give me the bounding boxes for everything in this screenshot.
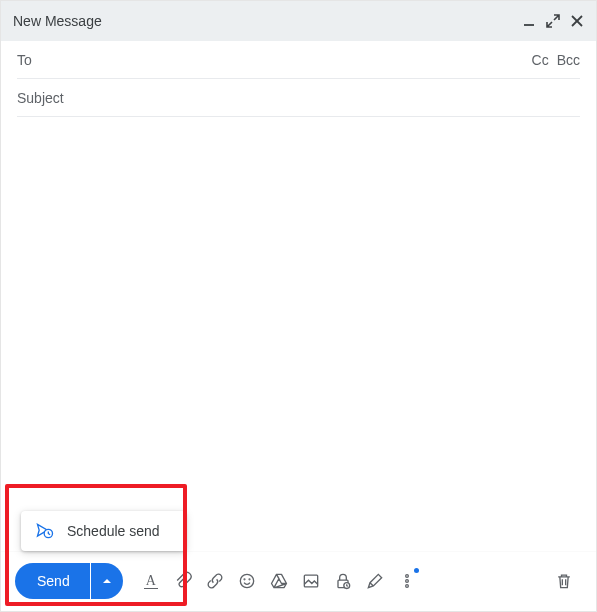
drive-icon <box>269 571 289 591</box>
cc-bcc-group: Cc Bcc <box>532 52 580 68</box>
minimize-icon[interactable] <box>522 14 536 28</box>
schedule-send-menu-item[interactable]: Schedule send <box>21 511 186 551</box>
discard-draft-button[interactable] <box>550 567 578 595</box>
fields-section: To Cc Bcc Subject <box>1 41 596 117</box>
chevron-up-icon <box>102 576 112 586</box>
svg-point-4 <box>244 579 245 580</box>
lock-clock-icon <box>333 571 353 591</box>
pen-icon <box>365 571 385 591</box>
image-icon <box>301 571 321 591</box>
link-icon <box>205 571 225 591</box>
svg-rect-6 <box>304 575 317 587</box>
insert-link-button[interactable] <box>201 567 229 595</box>
close-icon[interactable] <box>570 14 584 28</box>
svg-point-11 <box>405 585 408 588</box>
formatting-options-button[interactable]: A <box>137 567 165 595</box>
send-options-button[interactable] <box>91 563 123 599</box>
more-options-button[interactable] <box>393 567 421 595</box>
indicator-dot <box>414 568 419 573</box>
schedule-send-icon <box>35 521 55 541</box>
insert-emoji-button[interactable] <box>233 567 261 595</box>
insert-drive-button[interactable] <box>265 567 293 595</box>
compose-window: New Message To Cc Bcc <box>0 0 597 612</box>
bcc-button[interactable]: Bcc <box>557 52 580 68</box>
compose-footer: Send A <box>1 551 596 611</box>
compose-header: New Message <box>1 1 596 41</box>
more-vert-icon <box>397 571 417 591</box>
formatting-toolbar: A <box>137 567 421 595</box>
paperclip-icon <box>173 571 193 591</box>
to-field-row[interactable]: To Cc Bcc <box>17 41 580 79</box>
subject-field-row[interactable]: Subject <box>17 79 580 117</box>
fullscreen-icon[interactable] <box>546 14 560 28</box>
svg-point-5 <box>249 579 250 580</box>
insert-photo-button[interactable] <box>297 567 325 595</box>
text-format-icon: A <box>144 574 158 589</box>
send-button[interactable]: Send <box>15 563 90 599</box>
cc-button[interactable]: Cc <box>532 52 549 68</box>
subject-label: Subject <box>17 90 64 106</box>
emoji-icon <box>237 571 257 591</box>
window-controls <box>522 14 584 28</box>
compose-title: New Message <box>13 13 522 29</box>
trash-icon <box>554 571 574 591</box>
svg-point-9 <box>405 575 408 578</box>
svg-point-3 <box>240 574 253 587</box>
to-label: To <box>17 52 32 68</box>
send-button-group: Send <box>15 563 123 599</box>
insert-signature-button[interactable] <box>361 567 389 595</box>
schedule-send-label: Schedule send <box>67 523 160 539</box>
confidential-mode-button[interactable] <box>329 567 357 595</box>
svg-point-10 <box>405 580 408 583</box>
message-body[interactable] <box>1 117 596 551</box>
attach-file-button[interactable] <box>169 567 197 595</box>
